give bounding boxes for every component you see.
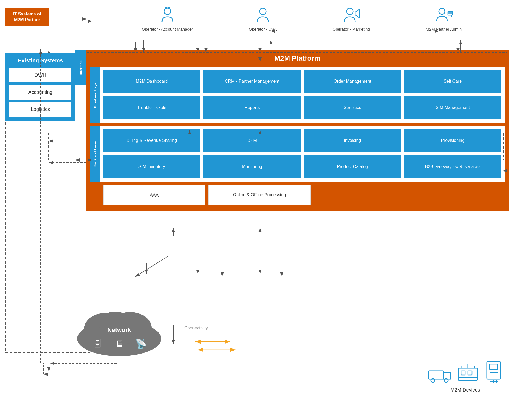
connectivity-label: Connectivity (184, 326, 208, 331)
operator-csa-icon (253, 5, 272, 24)
existing-accounting: Accounting (9, 85, 71, 100)
persona-m2m-admin: M2M Partner Admin (426, 5, 462, 32)
front-end-label: Front end Layer (90, 67, 100, 123)
svg-point-34 (164, 8, 171, 15)
back-end-modules: Billing & Revenue Sharing BPM Invoicing … (100, 126, 505, 182)
svg-text:🖥: 🖥 (115, 338, 124, 349)
back-end-label: Back end Layer (90, 126, 100, 182)
it-systems-box: IT Systems of M2M Partner (5, 8, 49, 26)
module-self-care: Self Care (404, 70, 501, 93)
svg-rect-50 (429, 371, 444, 379)
front-end-layer: Front end Layer M2M Dashboard CRM - Part… (90, 67, 505, 123)
module-b2b-gateway: B2B Gateway - web services (404, 155, 501, 178)
persona-m2m-admin-label: M2M Partner Admin (426, 27, 462, 32)
svg-rect-38 (448, 11, 453, 15)
operator-marketing-icon (342, 5, 361, 24)
module-order-mgmt: Order Management (304, 70, 401, 93)
module-product-catalog: Product Catalog (304, 155, 401, 178)
interface-label: Interface (75, 50, 86, 85)
m2m-devices-label: M2M Devices (450, 387, 480, 393)
module-sim-inventory: SIM Inventory (103, 155, 200, 178)
module-statistics: Statistics (304, 96, 401, 119)
factory-icon (456, 363, 480, 384)
svg-marker-51 (444, 372, 450, 379)
module-aaa: AAA (103, 185, 205, 205)
module-crm: CRM - Partner Management (203, 70, 300, 93)
svg-text:📡: 📡 (135, 338, 147, 349)
module-billing: Billing & Revenue Sharing (103, 129, 200, 152)
m2m-admin-icon (434, 5, 453, 24)
aaa-spacer (314, 185, 505, 205)
module-sim-management: SIM Management (404, 96, 501, 119)
svg-text:🗄: 🗄 (93, 338, 102, 349)
svg-rect-56 (468, 371, 472, 375)
module-monitoring: Monitoring (203, 155, 300, 178)
network-section: Network 🗄 🖥 📡 (62, 303, 176, 358)
back-end-layer: Back end Layer Billing & Revenue Sharing… (90, 126, 505, 182)
persona-marketing-label: Operator - Marketing (332, 27, 370, 32)
module-trouble-tickets: Trouble Tickets (103, 96, 200, 119)
devices-icons-row (427, 360, 503, 384)
front-end-modules: M2M Dashboard CRM - Partner Management O… (100, 67, 505, 123)
persona-csa: Operator - CSA (249, 5, 277, 32)
svg-text:Network: Network (108, 326, 131, 333)
existing-logistics: Logistics (9, 102, 71, 117)
module-invoicing: Invoicing (304, 129, 401, 152)
truck-icon (427, 366, 452, 384)
module-reports: Reports (203, 96, 300, 119)
aaa-row: AAA Online & Offline Processing (90, 185, 505, 205)
m2m-platform: M2M Platform Front end Layer M2M Dashboa… (86, 50, 509, 211)
existing-dwh: DWH (9, 68, 71, 82)
existing-systems-panel: Existing Systems DWH Accounting Logistic… (5, 53, 75, 121)
existing-systems-list: DWH Accounting Logistics (9, 68, 71, 117)
m2m-platform-title: M2M Platform (90, 54, 505, 63)
persona-account-label: Operator - Account Manager (142, 27, 193, 32)
module-m2m-dashboard: M2M Dashboard (103, 70, 200, 93)
network-cloud: Network 🗄 🖥 📡 (70, 303, 168, 358)
module-provisioning: Provisioning (404, 129, 501, 152)
sim-device-icon (484, 360, 503, 384)
personas-row: Operator - Account Manager Operator - CS… (98, 5, 506, 32)
operator-account-icon (158, 5, 177, 24)
m2m-devices-section: M2M Devices (427, 360, 503, 393)
persona-account-manager: Operator - Account Manager (142, 5, 193, 32)
svg-point-37 (439, 8, 445, 14)
svg-rect-55 (461, 371, 465, 375)
svg-point-35 (260, 8, 266, 15)
persona-csa-label: Operator - CSA (249, 27, 277, 32)
module-bpm: BPM (203, 129, 300, 152)
existing-systems-title: Existing Systems (9, 57, 71, 64)
svg-line-83 (135, 256, 168, 277)
svg-point-36 (347, 8, 353, 15)
svg-rect-39 (449, 15, 452, 17)
persona-marketing: Operator - Marketing (332, 5, 370, 32)
it-systems-label: IT Systems of M2M Partner (13, 12, 41, 22)
module-online-offline: Online & Offline Processing (208, 185, 310, 205)
svg-rect-62 (490, 364, 498, 370)
